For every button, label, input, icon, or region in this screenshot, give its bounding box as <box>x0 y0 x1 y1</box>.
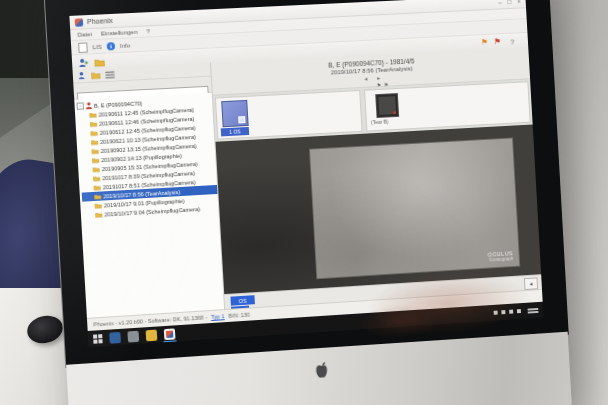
system-tray[interactable] <box>494 307 539 315</box>
patient-icon <box>86 102 93 109</box>
help-icon[interactable]: ? <box>510 38 514 45</box>
tear-thumbnail-panel: ⚑ ⚑ (Tear B) <box>364 81 531 131</box>
new-patient-icon[interactable] <box>77 71 87 81</box>
info-row-label2: Info <box>120 42 130 49</box>
record-dot-icon <box>393 111 396 114</box>
overview-thumbnail-panel: 1 OS <box>215 90 363 140</box>
app-body: - B, E (P090094C70) 20190611 12:45 (Sche… <box>72 47 542 319</box>
orange-flag-icon[interactable]: ⚑ <box>481 39 488 47</box>
thumbnail-marker <box>238 116 245 123</box>
exam-view-panel: B, E (P090094C70) - 1981/4/5 2019/10/17 … <box>211 47 542 310</box>
tray-icon[interactable] <box>501 310 505 314</box>
exam-folder-icon <box>90 120 97 126</box>
tear-thumbnail[interactable] <box>375 93 399 118</box>
taskbar-app-icon[interactable] <box>109 331 121 343</box>
tear-film-image[interactable]: OCULUS Keratograph <box>309 138 520 280</box>
imac-monitor: Phoenix – □ × Datei Einstellungen ? <box>43 0 573 405</box>
eye-side-chip[interactable]: OS <box>230 295 255 306</box>
scan-thumbnail-caption[interactable]: 1 OS <box>221 127 249 137</box>
window-title: Phoenix <box>87 17 113 25</box>
status-link[interactable]: Typ 1 <box>211 313 225 320</box>
monitor-screen: Phoenix – □ × Datei Einstellungen ? <box>69 0 543 347</box>
list-view-icon[interactable] <box>105 70 115 79</box>
tray-icon[interactable] <box>509 310 513 314</box>
patient-panel: - B, E (P090094C70) 20190611 12:45 (Sche… <box>72 63 225 319</box>
phoenix-app-window: Phoenix – □ × Datei Einstellungen ? <box>69 0 542 331</box>
photo-scene: Phoenix – □ × Datei Einstellungen ? <box>0 0 608 405</box>
exam-tree: - B, E (P090094C70) 20190611 12:45 (Sche… <box>74 93 224 319</box>
taskbar-clock[interactable] <box>528 307 539 313</box>
tear-thumbnail-caption: (Tear B) <box>371 118 389 125</box>
watermark: OCULUS Keratograph <box>488 250 514 262</box>
taskbar-phoenix-icon-active[interactable] <box>164 328 176 340</box>
collapse-icon[interactable]: - <box>76 102 84 109</box>
exam-folder-icon <box>91 148 98 154</box>
apple-logo-icon <box>314 361 330 380</box>
red-flag-icon[interactable]: ⚑ <box>494 38 501 46</box>
monitor-bezel: Phoenix – □ × Datei Einstellungen ? <box>43 0 569 368</box>
pin-icon[interactable]: ⚑ <box>376 82 381 88</box>
exam-folder-icon <box>93 175 100 181</box>
folder-icon[interactable] <box>91 71 101 80</box>
open-folder-icon[interactable] <box>94 57 105 67</box>
start-button-icon[interactable] <box>93 334 103 344</box>
phoenix-app-icon <box>75 18 84 26</box>
menu-item-help[interactable]: ? <box>146 28 150 34</box>
image-viewer[interactable]: OCULUS Keratograph <box>215 125 541 295</box>
tray-icon[interactable] <box>517 309 521 313</box>
prev-exam-icon[interactable]: ◄ <box>363 76 368 82</box>
panel-toggle-button[interactable]: ◄ <box>524 277 538 290</box>
maximize-icon[interactable]: □ <box>507 0 511 5</box>
exam-folder-icon <box>89 111 96 117</box>
active-app-underline <box>163 340 176 343</box>
next-exam-icon[interactable]: ► <box>376 75 381 81</box>
menu-item-file[interactable]: Datei <box>77 31 92 38</box>
info-row-label: LIS <box>92 43 102 50</box>
exam-folder-icon <box>92 166 99 172</box>
pin-icon[interactable]: ⚑ <box>384 82 389 88</box>
add-patient-icon[interactable] <box>78 58 89 69</box>
exam-folder-icon <box>94 202 101 208</box>
phoenix-taskbar-glyph <box>166 330 173 337</box>
scan-thumbnail[interactable] <box>221 100 249 127</box>
taskbar-app-icon[interactable] <box>127 330 139 342</box>
close-icon[interactable]: × <box>517 0 521 5</box>
watermark-device: Keratograph <box>488 256 513 262</box>
status-right-text: B/N: 130 <box>228 312 250 319</box>
exam-folder-icon <box>90 129 97 135</box>
info-icon[interactable]: i <box>107 42 116 50</box>
exam-folder-icon <box>92 157 99 163</box>
tray-icon[interactable] <box>494 311 498 315</box>
exam-folder-icon <box>91 139 98 145</box>
menu-item-settings[interactable]: Einstellungen <box>101 29 138 37</box>
exam-folder-icon <box>95 211 102 217</box>
taskbar-folder-icon[interactable] <box>146 329 158 341</box>
exam-folder-icon <box>93 184 100 190</box>
minimize-icon[interactable]: – <box>498 0 502 6</box>
exam-folder-icon <box>94 193 101 199</box>
document-icon <box>78 42 88 53</box>
